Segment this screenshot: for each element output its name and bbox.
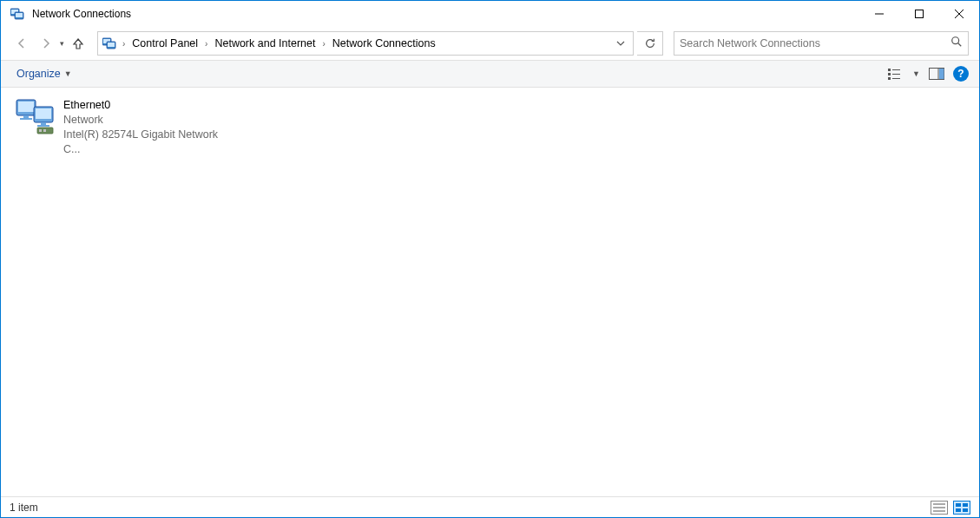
view-options-dropdown[interactable]: ▼	[912, 69, 920, 78]
recent-locations-button[interactable]: ▾	[60, 39, 64, 48]
navigation-row: ▾ › Control Panel › Network and Internet…	[1, 27, 979, 60]
status-item-count: 1 item	[10, 502, 38, 514]
maximize-button[interactable]	[899, 1, 939, 27]
svg-rect-3	[16, 13, 23, 17]
content-area[interactable]: Ethernet0 Network Intel(R) 82574L Gigabi…	[1, 88, 979, 496]
forward-button[interactable]	[36, 33, 56, 54]
minimize-button[interactable]	[859, 1, 899, 27]
search-input[interactable]	[680, 37, 950, 49]
svg-point-12	[952, 37, 959, 44]
command-bar-right: ▼ ?	[886, 64, 969, 83]
svg-rect-26	[20, 118, 32, 120]
search-icon[interactable]	[950, 36, 963, 51]
svg-rect-22	[939, 69, 944, 79]
close-button[interactable]	[939, 1, 979, 27]
connection-device: Intel(R) 82574L Gigabit Network C...	[63, 128, 237, 157]
preview-pane-button[interactable]	[927, 64, 946, 83]
organize-button[interactable]: Organize ▼	[11, 64, 77, 83]
svg-rect-40	[963, 508, 968, 512]
svg-rect-29	[41, 122, 46, 125]
svg-rect-16	[888, 73, 891, 75]
svg-rect-15	[892, 69, 900, 70]
svg-rect-37	[956, 503, 961, 507]
svg-rect-5	[916, 10, 924, 18]
svg-rect-33	[43, 129, 46, 132]
connection-name: Ethernet0	[63, 98, 237, 113]
svg-rect-24	[18, 102, 34, 112]
command-bar-left: Organize ▼	[11, 64, 77, 83]
network-adapter-icon	[15, 98, 56, 134]
title-bar: Network Connections	[1, 1, 979, 27]
breadcrumb-separator[interactable]: ›	[121, 36, 127, 52]
svg-rect-28	[36, 108, 51, 119]
breadcrumb-network-internet[interactable]: Network and Internet	[211, 34, 319, 53]
svg-rect-30	[37, 125, 49, 127]
breadcrumb-control-panel[interactable]: Control Panel	[128, 34, 201, 53]
connection-network: Network	[63, 113, 237, 128]
address-bar[interactable]: › Control Panel › Network and Internet ›…	[97, 31, 634, 56]
breadcrumb-separator[interactable]: ›	[203, 36, 209, 52]
refresh-button[interactable]	[637, 31, 663, 56]
status-bar: 1 item	[1, 496, 979, 517]
svg-rect-18	[888, 77, 891, 80]
svg-rect-14	[888, 69, 891, 71]
tiles-view-button[interactable]	[953, 501, 970, 515]
details-view-button[interactable]	[931, 501, 948, 515]
svg-rect-39	[956, 508, 961, 512]
address-dropdown-button[interactable]	[610, 32, 631, 55]
svg-rect-38	[963, 503, 968, 507]
status-bar-right	[931, 501, 970, 515]
window-icon	[10, 6, 25, 22]
title-bar-left: Network Connections	[8, 6, 131, 22]
window-controls	[859, 1, 979, 27]
command-bar: Organize ▼ ▼ ?	[1, 60, 979, 88]
organize-label: Organize	[16, 68, 61, 80]
window-title: Network Connections	[32, 8, 131, 20]
svg-rect-17	[892, 74, 900, 75]
svg-rect-32	[39, 129, 42, 132]
up-button[interactable]	[68, 33, 89, 54]
breadcrumb-network-connections[interactable]: Network Connections	[329, 34, 439, 53]
svg-rect-25	[23, 115, 29, 118]
search-box[interactable]	[674, 31, 969, 56]
svg-rect-19	[892, 78, 900, 79]
connection-text: Ethernet0 Network Intel(R) 82574L Gigabi…	[63, 98, 237, 157]
help-button[interactable]: ?	[953, 66, 969, 82]
view-options-button[interactable]	[886, 64, 905, 83]
svg-rect-11	[108, 43, 115, 47]
chevron-down-icon: ▼	[64, 69, 72, 78]
location-icon	[102, 36, 117, 51]
svg-line-13	[958, 43, 962, 47]
back-button[interactable]	[11, 33, 32, 54]
breadcrumb-separator[interactable]: ›	[320, 36, 326, 52]
connection-item[interactable]: Ethernet0 Network Intel(R) 82574L Gigabi…	[13, 96, 239, 159]
